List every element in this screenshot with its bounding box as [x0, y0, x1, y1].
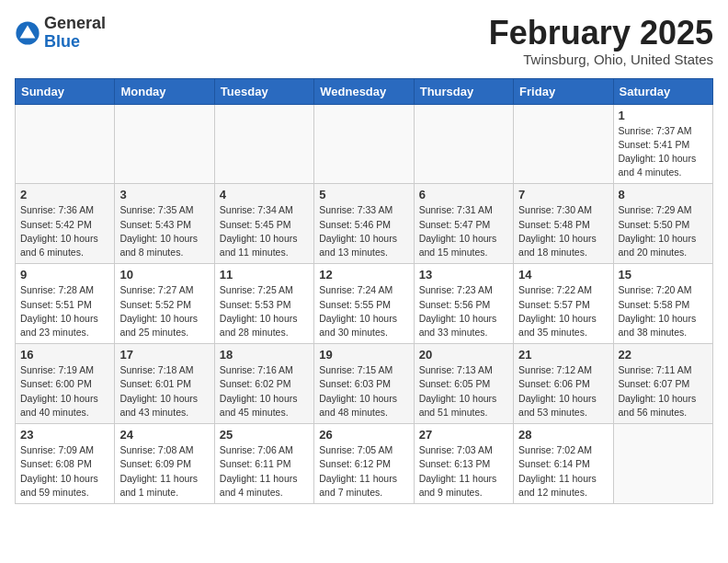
month-title: February 2025	[489, 15, 713, 52]
day-info: Sunrise: 7:37 AMSunset: 5:41 PMDaylight:…	[619, 124, 708, 180]
day-cell: 20Sunrise: 7:13 AMSunset: 6:05 PMDayligh…	[414, 344, 513, 424]
weekday-header-row: SundayMondayTuesdayWednesdayThursdayFrid…	[16, 78, 713, 104]
day-number: 15	[619, 268, 708, 282]
day-number: 4	[220, 188, 309, 201]
day-number: 11	[220, 268, 309, 282]
day-info: Sunrise: 7:18 AMSunset: 6:01 PMDaylight:…	[119, 363, 209, 419]
day-number: 8	[619, 188, 708, 201]
day-number: 7	[518, 188, 608, 201]
day-cell	[514, 104, 613, 184]
logo-icon	[15, 20, 40, 46]
weekday-header-tuesday: Tuesday	[214, 78, 313, 104]
day-number: 10	[119, 268, 209, 282]
day-cell: 18Sunrise: 7:16 AMSunset: 6:02 PMDayligh…	[214, 344, 313, 424]
day-cell: 5Sunrise: 7:33 AMSunset: 5:46 PMDaylight…	[314, 184, 414, 264]
weekday-header-saturday: Saturday	[613, 78, 712, 104]
day-cell: 9Sunrise: 7:28 AMSunset: 5:51 PMDaylight…	[16, 264, 115, 344]
day-cell: 27Sunrise: 7:03 AMSunset: 6:13 PMDayligh…	[414, 424, 513, 504]
weekday-header-sunday: Sunday	[16, 78, 115, 104]
day-info: Sunrise: 7:34 AMSunset: 5:45 PMDaylight:…	[220, 203, 309, 259]
day-cell: 21Sunrise: 7:12 AMSunset: 6:06 PMDayligh…	[514, 344, 613, 424]
day-number: 28	[518, 428, 608, 442]
day-info: Sunrise: 7:24 AMSunset: 5:55 PMDaylight:…	[319, 283, 408, 339]
day-info: Sunrise: 7:23 AMSunset: 5:56 PMDaylight:…	[419, 283, 508, 339]
day-cell: 23Sunrise: 7:09 AMSunset: 6:08 PMDayligh…	[16, 424, 115, 504]
day-cell: 14Sunrise: 7:22 AMSunset: 5:57 PMDayligh…	[514, 264, 613, 344]
day-cell: 17Sunrise: 7:18 AMSunset: 6:01 PMDayligh…	[115, 344, 214, 424]
logo-blue: Blue	[44, 32, 80, 51]
day-cell: 16Sunrise: 7:19 AMSunset: 6:00 PMDayligh…	[16, 344, 115, 424]
day-info: Sunrise: 7:27 AMSunset: 5:52 PMDaylight:…	[119, 283, 209, 339]
weekday-header-thursday: Thursday	[414, 78, 513, 104]
day-number: 25	[220, 428, 309, 442]
week-row-1: 1Sunrise: 7:37 AMSunset: 5:41 PMDaylight…	[16, 104, 713, 184]
day-info: Sunrise: 7:06 AMSunset: 6:11 PMDaylight:…	[220, 443, 309, 500]
day-cell: 24Sunrise: 7:08 AMSunset: 6:09 PMDayligh…	[115, 424, 214, 504]
day-number: 19	[319, 348, 408, 362]
day-info: Sunrise: 7:16 AMSunset: 6:02 PMDaylight:…	[220, 363, 309, 419]
day-number: 18	[220, 348, 309, 362]
day-number: 5	[319, 188, 408, 201]
day-number: 14	[518, 268, 608, 282]
day-info: Sunrise: 7:29 AMSunset: 5:50 PMDaylight:…	[619, 203, 708, 259]
day-cell	[16, 104, 115, 184]
day-info: Sunrise: 7:28 AMSunset: 5:51 PMDaylight:…	[20, 283, 109, 339]
day-cell	[115, 104, 214, 184]
day-cell: 28Sunrise: 7:02 AMSunset: 6:14 PMDayligh…	[514, 424, 613, 504]
day-number: 24	[119, 428, 209, 442]
title-block: February 2025 Twinsburg, Ohio, United St…	[489, 15, 713, 67]
day-cell: 15Sunrise: 7:20 AMSunset: 5:58 PMDayligh…	[613, 264, 712, 344]
week-row-2: 2Sunrise: 7:36 AMSunset: 5:42 PMDaylight…	[16, 184, 713, 264]
day-number: 21	[518, 348, 608, 362]
day-cell: 12Sunrise: 7:24 AMSunset: 5:55 PMDayligh…	[314, 264, 414, 344]
day-info: Sunrise: 7:09 AMSunset: 6:08 PMDaylight:…	[20, 443, 109, 500]
day-cell	[613, 424, 712, 504]
day-info: Sunrise: 7:31 AMSunset: 5:47 PMDaylight:…	[419, 203, 508, 259]
day-number: 20	[419, 348, 508, 362]
day-info: Sunrise: 7:33 AMSunset: 5:46 PMDaylight:…	[319, 203, 408, 259]
day-info: Sunrise: 7:19 AMSunset: 6:00 PMDaylight:…	[20, 363, 109, 419]
logo-text: General Blue	[44, 15, 106, 52]
day-cell: 25Sunrise: 7:06 AMSunset: 6:11 PMDayligh…	[214, 424, 313, 504]
day-number: 2	[20, 188, 109, 201]
day-cell: 26Sunrise: 7:05 AMSunset: 6:12 PMDayligh…	[314, 424, 414, 504]
day-cell: 22Sunrise: 7:11 AMSunset: 6:07 PMDayligh…	[613, 344, 712, 424]
day-info: Sunrise: 7:12 AMSunset: 6:06 PMDaylight:…	[518, 363, 608, 419]
day-cell	[414, 104, 513, 184]
day-cell: 1Sunrise: 7:37 AMSunset: 5:41 PMDaylight…	[613, 104, 712, 184]
day-cell	[214, 104, 313, 184]
weekday-header-wednesday: Wednesday	[314, 78, 414, 104]
day-info: Sunrise: 7:22 AMSunset: 5:57 PMDaylight:…	[518, 283, 608, 339]
page-header: General Blue February 2025 Twinsburg, Oh…	[15, 15, 713, 67]
week-row-4: 16Sunrise: 7:19 AMSunset: 6:00 PMDayligh…	[16, 344, 713, 424]
day-number: 17	[119, 348, 209, 362]
week-row-3: 9Sunrise: 7:28 AMSunset: 5:51 PMDaylight…	[16, 264, 713, 344]
week-row-5: 23Sunrise: 7:09 AMSunset: 6:08 PMDayligh…	[16, 424, 713, 504]
day-info: Sunrise: 7:20 AMSunset: 5:58 PMDaylight:…	[619, 283, 708, 339]
day-info: Sunrise: 7:11 AMSunset: 6:07 PMDaylight:…	[619, 363, 708, 419]
day-info: Sunrise: 7:15 AMSunset: 6:03 PMDaylight:…	[319, 363, 408, 419]
day-cell: 2Sunrise: 7:36 AMSunset: 5:42 PMDaylight…	[16, 184, 115, 264]
day-cell	[314, 104, 414, 184]
day-info: Sunrise: 7:03 AMSunset: 6:13 PMDaylight:…	[419, 443, 508, 500]
day-number: 1	[619, 109, 708, 122]
day-cell: 8Sunrise: 7:29 AMSunset: 5:50 PMDaylight…	[613, 184, 712, 264]
day-info: Sunrise: 7:08 AMSunset: 6:09 PMDaylight:…	[119, 443, 209, 500]
logo: General Blue	[15, 15, 106, 52]
day-number: 26	[319, 428, 408, 442]
day-number: 3	[119, 188, 209, 201]
day-cell: 4Sunrise: 7:34 AMSunset: 5:45 PMDaylight…	[214, 184, 313, 264]
day-cell: 7Sunrise: 7:30 AMSunset: 5:48 PMDaylight…	[514, 184, 613, 264]
day-cell: 11Sunrise: 7:25 AMSunset: 5:53 PMDayligh…	[214, 264, 313, 344]
day-number: 12	[319, 268, 408, 282]
location: Twinsburg, Ohio, United States	[489, 52, 713, 67]
calendar-table: SundayMondayTuesdayWednesdayThursdayFrid…	[15, 78, 713, 504]
day-cell: 6Sunrise: 7:31 AMSunset: 5:47 PMDaylight…	[414, 184, 513, 264]
day-info: Sunrise: 7:35 AMSunset: 5:43 PMDaylight:…	[119, 203, 209, 259]
day-info: Sunrise: 7:02 AMSunset: 6:14 PMDaylight:…	[518, 443, 608, 500]
day-number: 13	[419, 268, 508, 282]
day-cell: 13Sunrise: 7:23 AMSunset: 5:56 PMDayligh…	[414, 264, 513, 344]
day-info: Sunrise: 7:25 AMSunset: 5:53 PMDaylight:…	[220, 283, 309, 339]
day-info: Sunrise: 7:13 AMSunset: 6:05 PMDaylight:…	[419, 363, 508, 419]
day-info: Sunrise: 7:30 AMSunset: 5:48 PMDaylight:…	[518, 203, 608, 259]
